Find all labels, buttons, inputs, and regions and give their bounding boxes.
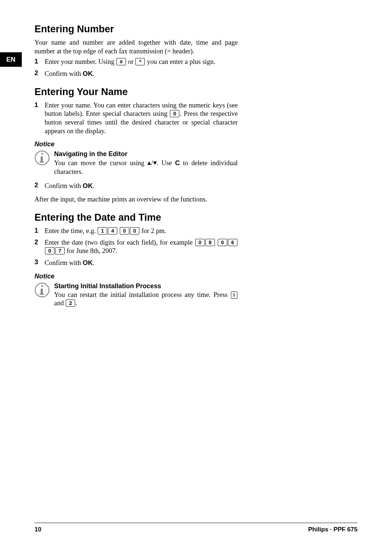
language-tab: EN xyxy=(0,52,22,67)
outro-paragraph: After the input, the machine prints an o… xyxy=(34,195,238,204)
step-number: 2 xyxy=(34,238,45,256)
notice-title: Navigating in the Editor xyxy=(54,150,238,158)
ok-label: OK xyxy=(83,182,93,189)
step-text: Confirm with OK. xyxy=(45,258,238,268)
key-2: 2 xyxy=(66,299,75,307)
text-fragment: Confirm with xyxy=(45,182,83,189)
step-number: 1 xyxy=(34,227,45,236)
step-text: Enter the date (two digits for each fiel… xyxy=(45,238,238,256)
step-item: 2 Confirm with OK. xyxy=(34,181,238,191)
step-number: 2 xyxy=(34,181,45,191)
notice-label: Notice xyxy=(34,273,238,280)
step-number: 1 xyxy=(34,101,45,136)
key-digit: 0 xyxy=(218,239,227,246)
step-number: 3 xyxy=(34,258,45,268)
page-footer: 10 Philips · PPF 675 xyxy=(34,523,358,533)
key-digit: 0 xyxy=(195,239,205,246)
text-fragment: Confirm with xyxy=(45,70,83,77)
text-fragment: or xyxy=(126,58,135,65)
brand-model: Philips · PPF 675 xyxy=(308,526,358,533)
info-icon xyxy=(34,282,50,298)
steps-list-1: 1 Enter your number. Using # or * you ca… xyxy=(34,58,238,78)
step-text: Confirm with OK. xyxy=(45,69,238,78)
arrow-up-icon xyxy=(147,162,151,165)
notice-text: You can move the cursor using /. Use C t… xyxy=(54,159,238,176)
ok-label: OK xyxy=(83,70,93,77)
text-fragment: Enter your number. Using xyxy=(45,58,116,65)
ok-label: OK xyxy=(83,259,93,266)
step-text: Enter the time, e.g. 14 00 for 2 pm. xyxy=(45,227,238,236)
notice-block: Starting Initial Installation Process Yo… xyxy=(34,282,238,308)
heading-entering-number: Entering Number xyxy=(34,24,238,35)
step-text: Confirm with OK. xyxy=(45,181,238,191)
notice-title: Starting Initial Installation Process xyxy=(54,282,238,290)
key-digit: 0 xyxy=(45,247,54,254)
c-key-label: C xyxy=(175,159,180,167)
steps-list-2b: 2 Confirm with OK. xyxy=(34,181,238,191)
text-fragment: . xyxy=(93,182,95,189)
text-fragment: for 2 pm. xyxy=(140,227,166,234)
step-text: Enter your name. You can enter character… xyxy=(45,101,238,136)
key-digit: 7 xyxy=(55,247,65,254)
heading-entering-name: Entering Your Name xyxy=(34,86,238,98)
key-star: * xyxy=(135,58,145,65)
text-fragment: Confirm with xyxy=(45,259,83,266)
step-item: 2 Confirm with OK. xyxy=(34,69,238,78)
key-i: i xyxy=(231,291,237,299)
step-item: 1 Enter your name. You can enter charact… xyxy=(34,101,238,136)
text-fragment: . Use xyxy=(157,159,175,167)
heading-date-time: Entering the Date and Time xyxy=(34,212,238,223)
svg-point-3 xyxy=(41,285,43,287)
text-fragment: . xyxy=(93,70,95,77)
step-text: Enter your number. Using # or * you can … xyxy=(45,58,238,66)
notice-label: Notice xyxy=(34,140,238,148)
steps-list-2: 1 Enter your name. You can enter charact… xyxy=(34,101,238,136)
text-fragment: Enter the date (two digits for each fiel… xyxy=(45,239,195,246)
step-number: 2 xyxy=(34,69,45,78)
step-number: 1 xyxy=(34,58,45,66)
manual-page: EN Entering Number Your name and number … xyxy=(0,0,392,555)
svg-point-1 xyxy=(41,153,43,155)
key-digit: 6 xyxy=(228,239,237,246)
text-fragment: You can move the cursor using xyxy=(54,159,147,167)
step-item: 1 Enter the time, e.g. 14 00 for 2 pm. xyxy=(34,227,238,236)
key-hash: # xyxy=(117,58,126,65)
text-fragment: . xyxy=(93,259,95,266)
key-digit: 4 xyxy=(108,227,117,234)
arrow-down-icon xyxy=(153,162,157,165)
notice-body: Navigating in the Editor You can move th… xyxy=(54,150,238,176)
main-content: Entering Number Your name and number are… xyxy=(34,24,238,308)
text-fragment: You can restart the initial installation… xyxy=(54,291,230,298)
key-digit: 8 xyxy=(205,239,215,246)
intro-paragraph: Your name and number are added together … xyxy=(34,38,238,56)
step-item: 2 Enter the date (two digits for each fi… xyxy=(34,238,238,256)
key-zero: 0 xyxy=(170,110,179,117)
page-number: 10 xyxy=(34,526,41,533)
steps-list-3: 1 Enter the time, e.g. 14 00 for 2 pm. 2… xyxy=(34,227,238,268)
step-item: 1 Enter your number. Using # or * you ca… xyxy=(34,58,238,66)
notice-body: Starting Initial Installation Process Yo… xyxy=(54,282,238,308)
key-digit: 1 xyxy=(98,227,107,234)
info-icon xyxy=(34,150,50,166)
text-fragment: and xyxy=(54,299,65,307)
step-item: 3 Confirm with OK. xyxy=(34,258,238,268)
text-fragment: for June 8th, 2007. xyxy=(65,247,117,254)
key-digit: 0 xyxy=(130,227,139,234)
notice-block: Navigating in the Editor You can move th… xyxy=(34,150,238,176)
text-fragment: Enter the time, e.g. xyxy=(45,227,97,234)
notice-text: You can restart the initial installation… xyxy=(54,291,238,308)
text-fragment: you can enter a plus sign. xyxy=(145,58,215,65)
key-digit: 0 xyxy=(120,227,129,234)
text-fragment: . xyxy=(75,299,77,307)
